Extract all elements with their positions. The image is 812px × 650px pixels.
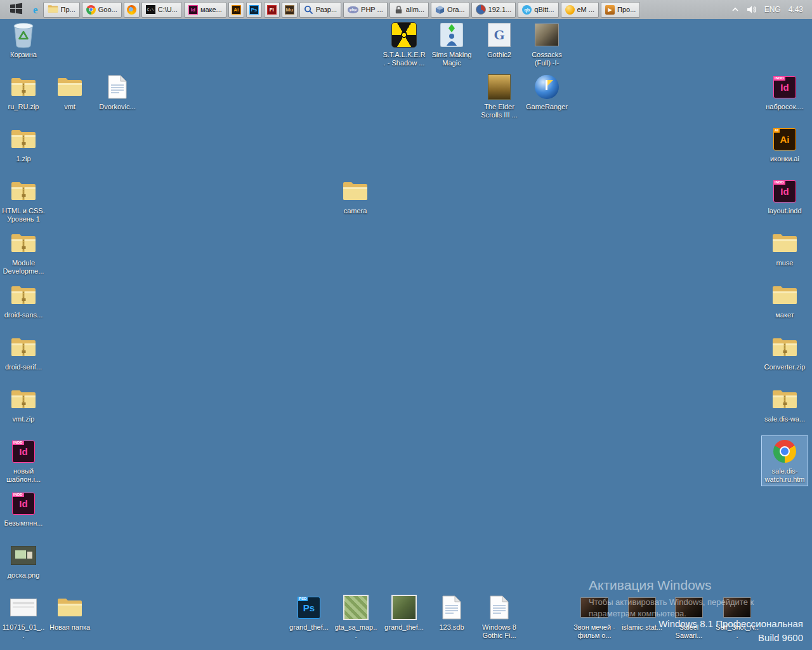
desktop-icon-13-image-white[interactable]: 110715_01_... [0,592,47,642]
desktop-icon-label: grand_thef... [286,623,332,632]
desktop-icon-22-indesign[interactable]: INDD Idнабросок.... [761,71,808,114]
taskbar-button-allmedia[interactable]: allm... [390,2,429,18]
indesign-icon: INDD Id [773,72,796,102]
desktop-icon-label: vmt.zip [1,415,46,424]
taskbar-button-muse[interactable]: Mu [282,2,298,18]
taskbar-button-firefox[interactable] [124,2,140,18]
desktop-icon-label: Self_Shot_N... [714,623,760,640]
desktop-icon-label: Windows 8 Gothic Fi... [476,623,522,640]
desktop-icon-1-zip-folder[interactable]: ru_RU.zip [0,71,47,114]
desktop-icon-label: 1.zip [1,154,46,164]
desktop-icon-2-folder[interactable]: vmt [46,71,93,114]
taskbar-button-label: Разр... [316,6,337,13]
taskbar-button-google-chrome[interactable]: Goo... [82,2,122,18]
desktop-icon-32-map-dark[interactable]: grand_thef... [381,592,428,634]
indesign-icon: Id [188,5,198,15]
taskbar-button-photoshop[interactable]: Ps [246,2,262,18]
desktop-icon-25-folder[interactable]: muse [761,227,808,270]
video-icon [628,592,656,623]
taskbar-button-php-app[interactable]: phpPHP ... [343,2,388,18]
clock[interactable]: 4:43 [789,5,803,14]
desktop-icon-20-gameranger[interactable]: GameRanger [523,71,570,114]
desktop-icon-label: макет [762,310,808,320]
desktop-icon-label: gta_sa_map... [333,623,379,640]
desktop-icon-label: S.T.A.L.K.E.R. - Shadow ... [381,50,427,68]
php-icon: php [348,6,358,13]
desktop-icon-4-zip-folder[interactable]: 1.zip [0,123,47,166]
desktop-icon-15-stalker[interactable]: S.T.A.L.K.E.R. - Shadow ... [381,19,428,70]
taskbar-button-media-player[interactable]: ▶Про... [601,2,640,18]
desktop-icon-0-recycle-bin[interactable]: Корзина [0,19,47,62]
desktop-icon-17-gothic[interactable]: GGothic2 [476,19,523,62]
show-hidden-icons-chevron-icon[interactable] [731,6,739,13]
desktop-icon-16-sims[interactable]: Sims Making Magic [428,19,475,70]
desktop[interactable]: Корзина ru_RU.zip vmt Dvorkovic... 1.zip… [0,0,812,650]
desktop-icon-9-zip-folder[interactable]: vmt.zip [0,383,47,426]
desktop-icon-11-indesign[interactable]: INDD IdБезымянн... [0,488,47,530]
desktop-icon-label: 123.sdb [429,623,475,632]
desktop-icon-38-video[interactable]: Self_Shot_N... [714,592,761,642]
desktop-icon-label: Converter.zip [762,362,808,372]
desktop-icon-19-morrowind[interactable]: The Elder Scrolls III ... [476,71,523,122]
desktop-icon-8-zip-folder[interactable]: droid-serif... [0,331,47,374]
desktop-icon-label: Dvorkovic... [95,102,140,112]
desktop-icon-label: camera [332,206,378,216]
desktop-icon-5-zip-folder[interactable]: HTML и CSS. Уровень 1 [0,175,47,226]
desktop-icon-21-folder[interactable]: camera [332,175,379,218]
image-dark-icon [11,540,36,571]
map-light-icon [343,592,369,623]
desktop-icon-23-illustrator[interactable]: AI Aiиконки.ai [761,123,808,166]
desktop-icon-7-zip-folder[interactable]: droid-sans... [0,279,47,322]
desktop-icon-6-zip-folder[interactable]: Module Developme... [0,227,47,278]
taskbar-button-internet-explorer[interactable]: e [30,2,41,18]
taskbar: eПр...Goo...C:\C:\U...Idмаке...AiPsFlMuР… [0,0,812,19]
volume-icon[interactable] [747,5,757,14]
desktop-icon-label: 110715_01_... [1,623,46,640]
desktop-icon-14-folder[interactable]: Новая папка [46,592,93,634]
lock-icon [394,5,403,15]
desktop-icon-29-chrome-html[interactable]: sale.dis-watch.ru.htm [761,435,808,486]
desktop-icon-label: иконки.ai [762,154,808,164]
illustrator-icon: AI Ai [773,124,796,154]
taskbar-button-indesign[interactable]: Idмаке... [184,2,226,18]
desktop-icon-34-doc[interactable]: Windows 8 Gothic Fi... [476,592,523,642]
desktop-icon-10-indesign[interactable]: INDD Idновый шаблон.i... [0,435,47,486]
desktop-icon-30-psd[interactable]: PSD Psgrand_thef... [285,592,332,634]
desktop-icon-label: HTML и CSS. Уровень 1 [1,206,46,224]
taskbar-button-qbittorrent[interactable]: qbqBitt... [518,2,558,18]
start-button[interactable] [4,0,28,19]
desktop-icon-26-folder[interactable]: макет [761,279,808,322]
desktop-icon-27-zip-folder[interactable]: Converter.zip [761,331,808,374]
desktop-icon-18-cossacks[interactable]: Cossacks (Full) -I- [523,19,570,70]
desktop-icon-37-video[interactable]: Saleel Sawari... [665,592,712,642]
desktop-icon-label: The Elder Scrolls III ... [476,102,522,120]
video-icon [675,592,703,623]
pie-chart-icon [476,4,486,15]
taskbar-button-illustrator[interactable]: Ai [228,2,244,18]
desktop-icon-28-zip-folder[interactable]: sale.dis-wa... [761,383,808,426]
desktop-icon-24-indesign[interactable]: INDD Idlayout.indd [761,175,808,218]
stalker-icon [391,20,417,50]
taskbar-button-network-monitor[interactable]: 192.1... [471,2,516,18]
desktop-icon-3-doc[interactable]: Dvorkovic... [94,71,141,114]
gothic-icon: G [488,20,511,50]
desktop-icon-36-video[interactable]: islamic-stat... [619,592,665,634]
desktop-icon-label: Звон мечей - фильм о... [572,623,617,640]
taskbar-button-flash[interactable]: Fl [264,2,280,18]
desktop-icon-12-image-dark[interactable]: доска.png [0,540,47,582]
desktop-icon-33-doc[interactable]: 123.sdb [428,592,475,634]
doc-icon [108,72,127,102]
firefox-icon [127,5,136,15]
chrome-icon [86,5,96,15]
taskbar-button-file-explorer[interactable]: Пр... [43,2,80,18]
desktop-icon-label: новый шаблон.i... [1,467,46,484]
sims-icon [440,20,463,50]
desktop-icon-35-video[interactable]: Звон мечей - фильм о... [571,592,618,642]
taskbar-button-em-client[interactable]: eM ... [561,2,599,18]
language-indicator[interactable]: ENG [764,5,781,14]
taskbar-button-virtualbox[interactable]: Ora... [431,2,469,18]
desktop-icon-label: droid-sans... [1,310,46,320]
taskbar-button-command-prompt[interactable]: C:\C:\U... [141,2,182,18]
taskbar-button-search-app[interactable]: Разр... [299,2,341,18]
desktop-icon-31-map-light[interactable]: gta_sa_map... [332,592,379,642]
